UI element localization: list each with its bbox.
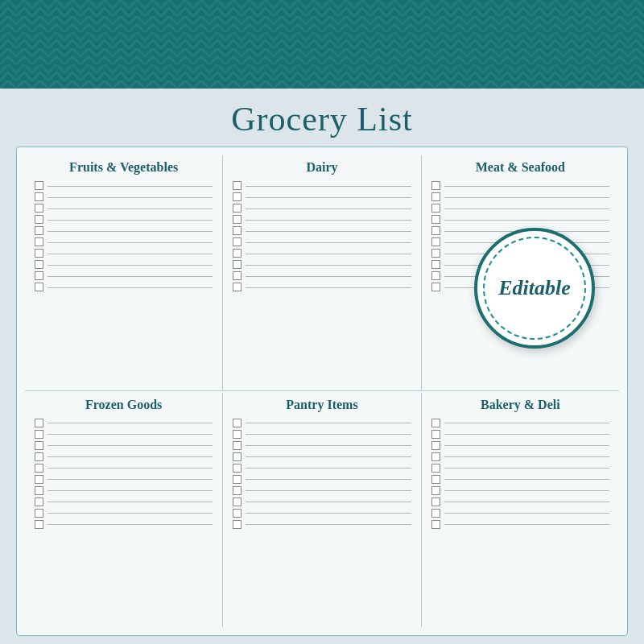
checkbox[interactable] xyxy=(35,520,43,529)
checkbox[interactable] xyxy=(431,226,440,235)
line xyxy=(246,197,411,198)
line xyxy=(47,479,213,480)
checkbox[interactable] xyxy=(431,520,440,529)
checkbox[interactable] xyxy=(233,430,242,439)
line xyxy=(47,524,213,525)
checkbox[interactable] xyxy=(233,283,242,291)
line xyxy=(246,423,411,423)
checkbox[interactable] xyxy=(431,249,440,258)
list-item xyxy=(431,497,609,506)
checkbox[interactable] xyxy=(431,260,440,269)
checkbox[interactable] xyxy=(35,215,43,224)
checkbox[interactable] xyxy=(35,226,43,235)
checkbox[interactable] xyxy=(431,181,440,190)
checkbox[interactable] xyxy=(431,237,440,246)
line xyxy=(47,208,213,209)
checkbox[interactable] xyxy=(35,486,43,495)
checkbox[interactable] xyxy=(431,419,440,427)
list-item xyxy=(233,520,411,529)
checkbox[interactable] xyxy=(431,283,440,291)
checkbox[interactable] xyxy=(233,271,242,280)
checkbox[interactable] xyxy=(431,452,440,461)
content-card: Editable Fruits & Vegetables xyxy=(16,147,628,636)
checkbox[interactable] xyxy=(35,509,43,518)
list-item xyxy=(431,520,609,529)
section-title-meat: Meat & Seafood xyxy=(431,160,609,175)
list-item xyxy=(431,464,609,473)
editable-badge: Editable xyxy=(474,228,595,349)
list-item xyxy=(233,249,411,258)
list-item xyxy=(233,497,411,506)
checkbox[interactable] xyxy=(35,419,43,427)
checkbox[interactable] xyxy=(233,486,242,495)
list-item xyxy=(431,430,609,439)
line xyxy=(47,287,213,288)
checkbox[interactable] xyxy=(431,464,440,473)
checkbox[interactable] xyxy=(431,441,440,450)
checkbox[interactable] xyxy=(431,509,440,518)
checkbox[interactable] xyxy=(233,249,242,258)
checkbox[interactable] xyxy=(233,419,242,427)
checkbox[interactable] xyxy=(233,441,242,450)
line xyxy=(47,434,213,435)
list-item xyxy=(431,475,609,484)
checkbox[interactable] xyxy=(35,441,43,450)
checkbox[interactable] xyxy=(233,181,242,190)
checkbox[interactable] xyxy=(233,475,242,484)
checkbox[interactable] xyxy=(233,226,242,235)
checkbox[interactable] xyxy=(233,237,242,246)
list-item xyxy=(431,181,609,190)
checkbox[interactable] xyxy=(431,192,440,201)
checkbox[interactable] xyxy=(35,283,43,291)
checkbox[interactable] xyxy=(233,204,242,213)
line xyxy=(444,479,609,480)
line xyxy=(47,265,213,266)
line xyxy=(47,186,213,187)
line xyxy=(444,468,609,469)
checkbox[interactable] xyxy=(431,497,440,506)
checkbox[interactable] xyxy=(431,204,440,213)
checkbox[interactable] xyxy=(35,260,43,269)
line xyxy=(47,197,213,198)
list-item xyxy=(431,452,609,461)
checkbox[interactable] xyxy=(35,192,43,201)
checkbox[interactable] xyxy=(431,486,440,495)
line xyxy=(47,468,213,469)
checkbox[interactable] xyxy=(431,271,440,280)
list-item xyxy=(233,452,411,461)
section-bakery-deli: Bakery & Deli xyxy=(422,393,619,628)
checkbox[interactable] xyxy=(35,497,43,506)
checkbox[interactable] xyxy=(35,181,43,190)
line xyxy=(246,524,411,525)
checkbox[interactable] xyxy=(233,520,242,529)
checkbox[interactable] xyxy=(35,249,43,258)
checkbox[interactable] xyxy=(35,452,43,461)
line xyxy=(246,287,411,288)
list-item xyxy=(35,430,213,439)
checkbox[interactable] xyxy=(35,271,43,280)
checklist-dairy xyxy=(233,181,411,386)
checkbox[interactable] xyxy=(233,215,242,224)
checkbox[interactable] xyxy=(431,430,440,439)
line xyxy=(444,197,609,198)
checkbox[interactable] xyxy=(35,237,43,246)
line xyxy=(47,242,213,243)
line xyxy=(246,254,411,254)
checkbox[interactable] xyxy=(233,452,242,461)
list-item xyxy=(35,204,213,213)
checkbox[interactable] xyxy=(233,497,242,506)
section-pantry-items: Pantry Items xyxy=(223,393,421,628)
checkbox[interactable] xyxy=(35,475,43,484)
checkbox[interactable] xyxy=(233,192,242,201)
checkbox[interactable] xyxy=(35,430,43,439)
checkbox[interactable] xyxy=(233,260,242,269)
checkbox[interactable] xyxy=(35,204,43,213)
checkbox[interactable] xyxy=(431,215,440,224)
checkbox[interactable] xyxy=(35,464,43,473)
checkbox[interactable] xyxy=(431,475,440,484)
list-item xyxy=(35,192,213,201)
line xyxy=(444,502,609,502)
list-item xyxy=(35,464,213,473)
checkbox[interactable] xyxy=(233,509,242,518)
checkbox[interactable] xyxy=(233,464,242,473)
